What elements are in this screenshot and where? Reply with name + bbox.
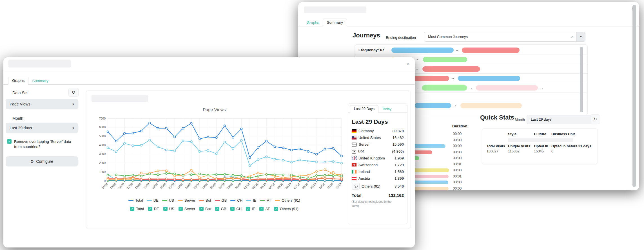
qs-group-header: Business Unit <box>551 132 593 136</box>
legend-dash-icon <box>162 200 167 201</box>
journey-step-pill[interactable] <box>460 103 522 108</box>
svg-text:0: 0 <box>104 179 106 183</box>
svg-text:28/09: 28/09 <box>218 182 225 190</box>
legend-dash-icon <box>128 200 133 201</box>
journeys-scrollbar[interactable] <box>580 47 583 112</box>
flag-united-kingdom <box>352 156 356 160</box>
data-set-select[interactable]: Page Views ▾ <box>6 99 78 109</box>
clear-icon[interactable]: × <box>568 34 576 39</box>
window-header <box>3 57 415 71</box>
tab-summary[interactable]: Summary <box>323 19 347 26</box>
tab-last-29-days[interactable]: Last 29 Days <box>350 105 378 113</box>
series-checkbox[interactable]: ✓ <box>215 207 219 211</box>
ending-destination-label: Ending destination <box>386 35 416 40</box>
duration-value: 00:00 <box>453 168 462 172</box>
series-checkbox[interactable]: ✓ <box>274 207 278 211</box>
svg-text:17/09: 17/09 <box>126 182 133 190</box>
month-select[interactable]: Last 29 days ▾ <box>6 123 78 133</box>
quick-stats-month-select[interactable]: Last 29 days ▾ <box>527 115 596 124</box>
series-checkbox[interactable]: ✓ <box>130 207 134 211</box>
legend-label: DE <box>153 198 159 202</box>
server-overlap-checkbox[interactable]: ✓ <box>7 139 12 144</box>
journey-step-pill[interactable] <box>391 48 454 53</box>
others-eye-button[interactable] <box>352 183 360 190</box>
month-label: Month <box>12 116 23 121</box>
qs-metric-header: Unique Visits <box>508 144 534 148</box>
flag-ireland <box>352 170 356 174</box>
refresh-icon[interactable]: ↻ <box>590 114 600 124</box>
svg-text:14/09: 14/09 <box>101 182 108 190</box>
window-title-redacted <box>8 60 71 67</box>
legend-label: Others (91) <box>282 198 300 202</box>
duration-header: Duration <box>452 124 467 128</box>
series-toggle-Server[interactable]: ✓Server <box>179 207 195 211</box>
journey-step-pill[interactable] <box>458 76 520 81</box>
series-checkbox[interactable]: ✓ <box>179 207 183 211</box>
arrow-right-icon: → <box>415 66 419 71</box>
series-toggle-AT[interactable]: ✓AT <box>259 207 270 211</box>
journey-step-pill[interactable] <box>422 85 467 91</box>
back-tabbar: Graphs Summary <box>298 18 639 26</box>
quick-stats-month-value: Last 29 days <box>531 117 552 121</box>
stats-row-germany: Germany89,878 <box>352 129 404 133</box>
legend-label: CH <box>237 198 242 202</box>
server-icon <box>352 143 357 147</box>
series-checkbox[interactable]: ✓ <box>148 207 152 211</box>
series-toggle-Total[interactable]: ✓Total <box>130 207 144 211</box>
series-toggle-DE[interactable]: ✓DE <box>148 207 159 211</box>
series-toggle-Bot[interactable]: ✓Bot <box>199 207 211 211</box>
stats-row-bot: Bot(4,860) <box>352 149 404 154</box>
series-toggle-CH[interactable]: ✓CH <box>230 207 242 211</box>
duration-value: 00:00 <box>453 186 462 190</box>
flag-austria <box>352 177 356 180</box>
series-toggle-US[interactable]: ✓US <box>163 207 174 211</box>
server-overlap-label: Remove overlapping 'Server' data from co… <box>14 139 72 149</box>
svg-text:10/10: 10/10 <box>318 182 326 190</box>
journeys-filter-select[interactable]: Most Common Journeys × ▾ <box>424 32 585 42</box>
series-checkbox[interactable]: ✓ <box>230 207 235 211</box>
journey-step-pill[interactable] <box>476 85 538 91</box>
tab-summary[interactable]: Summary <box>28 77 52 85</box>
svg-text:30/09: 30/09 <box>235 182 242 190</box>
journey-step-pill[interactable] <box>462 48 520 53</box>
chart-legend: TotalDEUSServerBotGBCHIEATOthers (91) <box>86 198 342 202</box>
flag-germany <box>352 129 356 133</box>
configure-button[interactable]: ⚙ Configure <box>6 156 78 166</box>
duration-value: 00:00 <box>453 138 462 142</box>
series-checkbox[interactable]: ✓ <box>163 207 168 211</box>
series-toggle-Others (91)[interactable]: ✓Others (91) <box>274 207 298 211</box>
journey-step-pill[interactable] <box>423 57 467 62</box>
journey-step-pill[interactable] <box>422 66 480 72</box>
arrow-right-icon: → <box>415 57 419 61</box>
qs-redacted-row <box>508 138 573 142</box>
data-set-value: Page Views <box>10 102 30 106</box>
tab-today[interactable]: Today <box>378 106 395 113</box>
legend-item-CH: CH <box>230 198 242 202</box>
tab-graphs[interactable]: Graphs <box>8 77 28 85</box>
arrow-right-icon: → <box>540 85 543 90</box>
flag-austria <box>352 177 356 180</box>
stats-row-united-states: United States16,482 <box>352 135 404 140</box>
svg-text:22/09: 22/09 <box>168 182 175 190</box>
chevron-down-icon[interactable]: ▾ <box>576 32 585 41</box>
series-toggle-IE[interactable]: ✓IE <box>246 207 255 211</box>
tab-graphs[interactable]: Graphs <box>303 19 323 26</box>
series-toggle-GB[interactable]: ✓GB <box>215 207 226 211</box>
svg-text:02/10: 02/10 <box>251 182 259 190</box>
journey-step-pill[interactable] <box>415 103 451 108</box>
series-checkbox[interactable]: ✓ <box>199 207 204 211</box>
duration-value: 00:00 <box>453 156 462 160</box>
refresh-icon[interactable]: ↻ <box>68 88 79 97</box>
legend-item-US: US <box>162 198 174 202</box>
chevron-down-icon: ▾ <box>72 126 74 130</box>
svg-text:12/10: 12/10 <box>335 182 342 190</box>
close-icon[interactable]: × <box>406 61 409 67</box>
series-checkbox[interactable]: ✓ <box>259 207 264 211</box>
chart-header-redacted <box>92 95 148 102</box>
series-toggle-label: Total <box>136 207 144 211</box>
svg-text:5000: 5000 <box>99 134 106 138</box>
month-value: Last 29 days <box>10 126 32 130</box>
qs-group-header: Culture <box>534 132 551 136</box>
window-scrollbar[interactable] <box>632 5 636 187</box>
series-checkbox[interactable]: ✓ <box>246 207 250 211</box>
